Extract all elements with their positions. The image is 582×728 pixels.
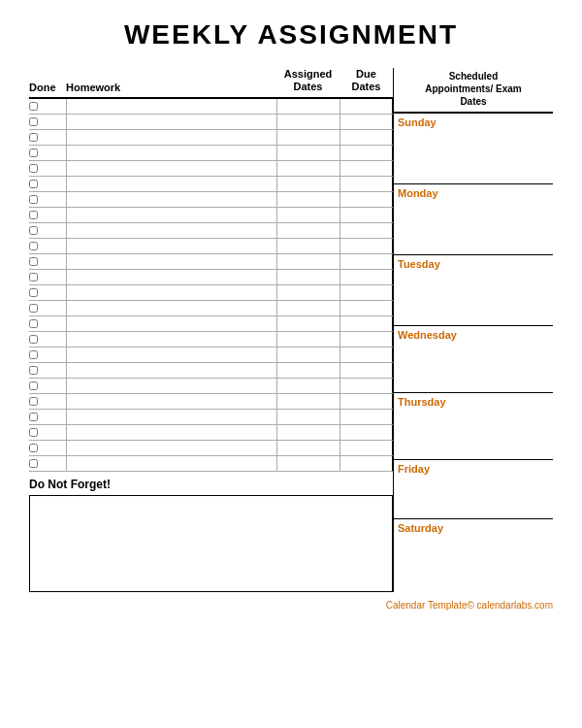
done-checkbox[interactable] [29,350,38,359]
done-checkbox[interactable] [29,133,38,142]
day-name: Thursday [398,396,549,408]
done-checkbox[interactable] [29,459,38,468]
assigned-date-cell [276,254,340,269]
due-date-cell [340,99,393,114]
assigned-date-cell [276,130,340,145]
done-cell [29,164,66,173]
homework-cell [66,270,276,284]
done-checkbox[interactable] [29,257,38,266]
done-cell [29,397,66,406]
table-row [29,223,393,239]
day-name: Tuesday [398,258,549,270]
done-checkbox[interactable] [29,180,38,188]
day-content-space[interactable] [398,536,549,575]
done-cell [29,304,66,313]
col-header-assigned: AssignedDates [276,68,340,93]
table-row [29,99,393,115]
done-checkbox[interactable] [29,273,38,281]
assigned-date-cell [276,192,340,207]
assigned-date-cell [276,316,340,331]
table-row [29,332,393,347]
done-checkbox[interactable] [29,242,38,250]
day-content-space[interactable] [398,410,549,456]
done-checkbox[interactable] [29,102,38,111]
homework-cell [66,394,276,409]
done-cell [29,273,66,281]
assigned-date-cell [276,410,340,424]
assigned-date-cell [276,441,340,455]
done-cell [29,180,66,188]
due-date-cell [340,363,393,378]
done-checkbox[interactable] [29,444,38,452]
due-date-cell [340,192,393,207]
day-name: Sunday [398,116,549,128]
done-checkbox[interactable] [29,381,38,390]
main-layout: Done Homework AssignedDates DueDates Do … [29,68,553,592]
day-block-sunday: Sunday [394,114,553,184]
done-cell [29,226,66,235]
assigned-date-cell [276,363,340,378]
done-checkbox[interactable] [29,335,38,344]
homework-cell [66,332,276,347]
homework-cell [66,379,276,393]
day-name: Friday [398,463,549,475]
homework-cell [66,285,276,300]
day-name: Monday [398,187,549,199]
col-header-homework: Homework [66,82,276,93]
done-checkbox[interactable] [29,195,38,204]
assigned-date-cell [276,99,340,114]
done-checkbox[interactable] [29,428,38,437]
due-date-cell [340,410,393,424]
day-content-space[interactable] [398,477,549,515]
done-cell [29,350,66,359]
due-date-cell [340,394,393,409]
assignment-rows [29,99,393,472]
day-content-space[interactable] [398,272,549,322]
assigned-date-cell [276,208,340,222]
day-content-space[interactable] [398,343,549,389]
day-content-space[interactable] [398,130,549,181]
homework-cell [66,254,276,269]
table-row [29,177,393,192]
right-section: ScheduledAppointments/ ExamDates SundayM… [393,68,553,592]
done-checkbox[interactable] [29,366,38,375]
day-name: Wednesday [398,329,549,341]
homework-cell [66,161,276,176]
homework-cell [66,208,276,222]
day-content-space[interactable] [398,201,549,251]
done-checkbox[interactable] [29,149,38,157]
done-cell [29,319,66,328]
homework-cell [66,301,276,315]
day-name: Saturday [398,522,549,534]
done-checkbox[interactable] [29,226,38,235]
due-date-cell [340,456,393,471]
homework-cell [66,425,276,440]
table-row [29,192,393,208]
done-checkbox[interactable] [29,288,38,297]
footer: Calendar Template© calendarlabs.com [29,600,553,611]
assigned-date-cell [276,115,340,129]
done-cell [29,413,66,421]
done-checkbox[interactable] [29,164,38,173]
homework-cell [66,347,276,362]
table-row [29,316,393,332]
done-checkbox[interactable] [29,413,38,421]
due-date-cell [340,347,393,362]
table-row [29,285,393,301]
done-checkbox[interactable] [29,397,38,406]
assigned-date-cell [276,425,340,440]
due-date-cell [340,441,393,455]
due-date-cell [340,285,393,300]
done-checkbox[interactable] [29,319,38,328]
table-row [29,456,393,472]
table-row [29,130,393,146]
due-date-cell [340,130,393,145]
done-cell [29,381,66,390]
table-row [29,394,393,410]
done-checkbox[interactable] [29,117,38,126]
table-row [29,146,393,161]
do-not-forget-box[interactable] [29,495,393,592]
done-cell [29,257,66,266]
done-checkbox[interactable] [29,211,38,219]
done-checkbox[interactable] [29,304,38,313]
